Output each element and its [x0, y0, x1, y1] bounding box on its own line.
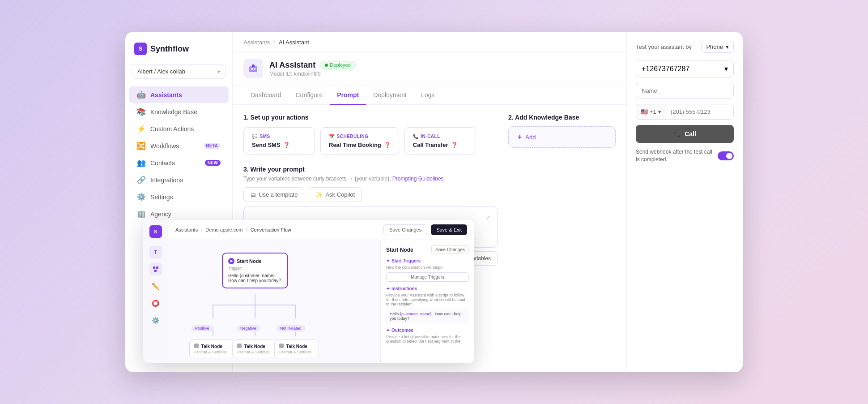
overlay-panel-save-button[interactable]: Save Changes	[431, 245, 469, 254]
flag-chevron-icon: ▾	[658, 108, 661, 115]
knowledge-base-icon: 📚	[137, 107, 146, 116]
outcomes-title: ✦ Outcomes	[386, 328, 469, 333]
instructions-icon: ✦	[386, 286, 390, 291]
country-code-selector[interactable]: 🇺🇸 +1 ▾	[636, 104, 666, 119]
settings-icon: ⚙️	[137, 193, 146, 201]
overlay-icon-circle[interactable]: ⭕	[149, 297, 162, 309]
action-type-incall: 📞 IN-CALL	[413, 134, 468, 139]
overlay-icon-settings[interactable]: ⚙️	[149, 314, 162, 327]
overlay-logo: S	[149, 225, 162, 238]
phone-input-row: 🇺🇸 +1 ▾	[636, 104, 734, 120]
workflows-beta-badge: BETA	[204, 143, 221, 149]
name-input[interactable]	[636, 83, 734, 99]
test-method-selector[interactable]: Phone ▾	[701, 41, 734, 53]
sidebar-item-settings[interactable]: ⚙️ Settings	[129, 189, 229, 205]
overlay-sidebar: S T ✏️ ⭕ ⚙️	[143, 220, 168, 363]
phone-icon: 📞	[673, 130, 681, 138]
flow-canvas[interactable]: ▶ Start Node Trigger: Hello {customer_na…	[168, 240, 380, 363]
action-card-incall[interactable]: 📞 IN-CALL Call Transfer ❓	[404, 127, 476, 155]
incall-help-icon: ❓	[451, 142, 458, 148]
tabs: Dashboard Configure Prompt Deployment Lo…	[233, 86, 626, 105]
negative-label: Negative	[237, 325, 260, 331]
talk-node-1[interactable]: Talk Node Prompt & Settings	[189, 340, 234, 358]
workspace-selector[interactable]: Albert / Alex collab ▾	[132, 64, 226, 79]
prompt-col-right: 2. Add Knowledge Base + Add	[508, 114, 616, 266]
play-icon: ▶	[228, 258, 234, 264]
overlay-icon-t[interactable]: T	[149, 246, 162, 258]
tab-dashboard[interactable]: Dashboard	[243, 86, 289, 105]
integrations-icon: 🔗	[137, 176, 146, 184]
talk-node-icon-2	[237, 344, 242, 348]
sidebar-item-integrations[interactable]: 🔗 Integrations	[129, 172, 229, 188]
app-logo: S Synthflow	[125, 32, 232, 64]
sidebar-item-assistants[interactable]: 🤖 Assistants	[129, 86, 229, 103]
right-panel: Test your assistant by Phone ▾ +12673767…	[626, 32, 743, 372]
sidebar-item-contacts[interactable]: 👥 Contacts NEW	[129, 155, 229, 171]
start-node[interactable]: ▶ Start Node Trigger: Hello {customer_na…	[222, 253, 288, 288]
svg-rect-1	[252, 64, 255, 67]
copilot-icon: ✨	[315, 191, 323, 198]
overlay-icon-nodes[interactable]	[149, 263, 162, 275]
overlay-breadcrumb: Assistants / Demo apple.com / Conversati…	[175, 227, 291, 232]
plus-icon: +	[518, 133, 522, 141]
deployed-badge: Deployed	[320, 61, 355, 69]
talk-node-icon-3	[279, 344, 284, 348]
action-name-scheduling: Real Time Booking ❓	[329, 142, 391, 148]
overlay-header: Assistants / Demo apple.com / Conversati…	[168, 220, 474, 240]
call-button[interactable]: 📞 Call	[636, 125, 734, 143]
actions-row: 💬 SMS Send SMS ❓ 📅 SCHEDULING	[243, 127, 498, 155]
talk-node-2[interactable]: Talk Node Prompt & Settings	[232, 340, 277, 358]
breadcrumb: Assistants / AI Assistant	[233, 32, 626, 52]
chevron-down-icon: ▾	[726, 43, 729, 50]
custom-actions-icon: ⚡	[137, 125, 146, 133]
overlay-right-panel: Start Node Save Changes ✦ Start Triggers…	[380, 240, 474, 363]
add-kb-button[interactable]: + Add	[508, 126, 616, 148]
tab-configure[interactable]: Configure	[289, 86, 330, 105]
action-name-incall: Call Transfer ❓	[413, 142, 468, 148]
actions-section-title: 1. Set up your actions	[243, 114, 498, 121]
use-template-button[interactable]: 🗂 Use a template	[243, 187, 304, 202]
logo-text: Synthflow	[150, 44, 189, 54]
sidebar-item-knowledge-base[interactable]: 📚 Knowledge Base	[129, 103, 229, 120]
overlay-body: ▶ Start Node Trigger: Hello {customer_na…	[168, 240, 474, 363]
agency-icon: 🏢	[137, 210, 146, 218]
talk-node-3[interactable]: Talk Node Prompt & Settings	[274, 340, 319, 358]
not-related-label: Not Related	[277, 325, 305, 331]
sidebar-item-custom-actions[interactable]: ⚡ Custom Actions	[129, 120, 229, 137]
phone-number-selector[interactable]: +12673767287 ▾	[636, 60, 734, 77]
assistant-model: Model ID: kmdxxinfif9	[269, 71, 356, 77]
instruction-text-preview: Hello {customer_name} . How can I help y…	[386, 309, 469, 323]
action-card-sms[interactable]: 💬 SMS Send SMS ❓	[243, 127, 315, 155]
action-type-scheduling: 📅 SCHEDULING	[329, 134, 391, 139]
overlay-panel-header: Start Node Save Changes	[386, 245, 469, 254]
breadcrumb-sep: /	[273, 39, 275, 46]
sidebar-item-workflows[interactable]: 🔀 Workflows BETA	[129, 138, 229, 154]
overlay-icon-edit[interactable]: ✏️	[149, 280, 162, 292]
webhook-toggle[interactable]	[718, 151, 734, 160]
ask-copilot-button[interactable]: ✨ Ask Copilot	[309, 187, 362, 202]
overlay-save-changes-button[interactable]: Save Changes	[383, 224, 427, 235]
trigger-icon: ✦	[386, 258, 390, 263]
assistant-header: AI Assistant Deployed Model ID: kmdxxinf…	[233, 52, 626, 86]
phone-number-input[interactable]	[666, 104, 734, 119]
talk-node-icon-1	[194, 344, 199, 348]
highlight-variable: {customer_name}	[400, 312, 432, 316]
overlay-instructions-section: ✦ Instructions Provide your Assistant wi…	[386, 286, 469, 323]
tab-logs[interactable]: Logs	[414, 86, 442, 105]
svg-rect-5	[156, 266, 158, 269]
outcomes-icon: ✦	[386, 328, 390, 333]
contacts-icon: 👥	[137, 159, 146, 167]
action-card-scheduling[interactable]: 📅 SCHEDULING Real Time Booking ❓	[320, 127, 399, 155]
scheduling-help-icon: ❓	[384, 142, 391, 148]
prompt-hint: Type your variables between curly bracke…	[243, 176, 498, 182]
tab-deployment[interactable]: Deployment	[366, 86, 414, 105]
instructions-title: ✦ Instructions	[386, 286, 469, 291]
expand-icon[interactable]: ⤢	[486, 213, 491, 223]
overlay-outcomes-section: ✦ Outcomes Provide a list of possible ou…	[386, 328, 469, 344]
manage-triggers-button[interactable]: Manage Triggers	[386, 272, 469, 282]
assistants-icon: 🤖	[137, 90, 146, 99]
tab-prompt[interactable]: Prompt	[330, 86, 366, 105]
overlay-start-triggers-section: ✦ Start Triggers How the conversation wi…	[386, 258, 469, 282]
overlay-save-exit-button[interactable]: Save & Exit	[431, 224, 467, 235]
prompting-guidelines-link[interactable]: Prompting Guidelines	[392, 176, 444, 182]
